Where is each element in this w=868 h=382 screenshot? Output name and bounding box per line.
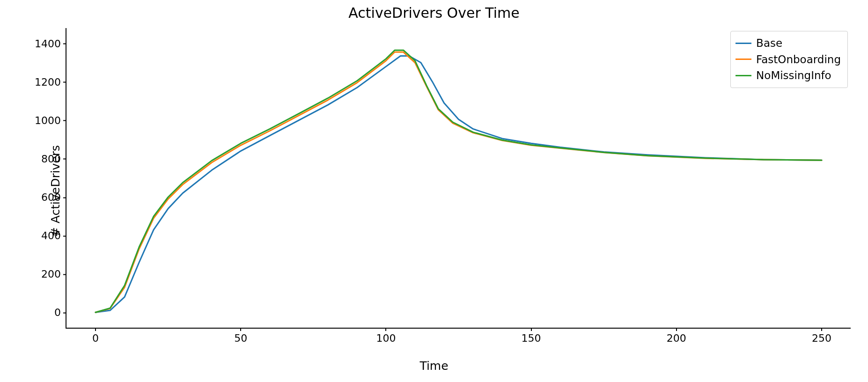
legend-swatch bbox=[736, 43, 751, 44]
plot-area: BaseFastOnboardingNoMissingInfo 02004006… bbox=[66, 28, 851, 329]
legend-swatch bbox=[736, 75, 751, 76]
y-tick: 0 bbox=[54, 307, 66, 318]
chart-title: ActiveDrivers Over Time bbox=[0, 5, 868, 21]
legend-label: NoMissingInfo bbox=[756, 67, 831, 84]
legend: BaseFastOnboardingNoMissingInfo bbox=[730, 31, 848, 88]
x-tick: 50 bbox=[234, 328, 247, 344]
chart-container: ActiveDrivers Over Time # ActiveDrivers … bbox=[0, 0, 868, 382]
y-tick: 1000 bbox=[35, 114, 66, 126]
x-tick: 100 bbox=[376, 328, 396, 344]
legend-item: NoMissingInfo bbox=[736, 67, 841, 84]
legend-label: FastOnboarding bbox=[756, 51, 841, 68]
series-line bbox=[96, 52, 822, 312]
legend-item: FastOnboarding bbox=[736, 51, 841, 68]
series-line bbox=[96, 50, 822, 312]
legend-item: Base bbox=[736, 35, 841, 51]
x-tick: 250 bbox=[812, 328, 831, 344]
x-tick: 0 bbox=[92, 328, 99, 344]
y-tick: 1400 bbox=[35, 37, 66, 49]
legend-label: Base bbox=[756, 35, 782, 51]
y-tick: 800 bbox=[41, 153, 66, 164]
series-line bbox=[96, 56, 822, 313]
y-tick: 400 bbox=[41, 230, 66, 242]
x-tick: 150 bbox=[522, 328, 541, 344]
x-axis-label: Time bbox=[0, 359, 868, 373]
legend-swatch bbox=[736, 59, 751, 60]
y-tick: 200 bbox=[41, 268, 66, 280]
y-tick: 600 bbox=[41, 191, 66, 203]
x-tick: 200 bbox=[667, 328, 686, 344]
y-tick: 1200 bbox=[35, 76, 66, 88]
